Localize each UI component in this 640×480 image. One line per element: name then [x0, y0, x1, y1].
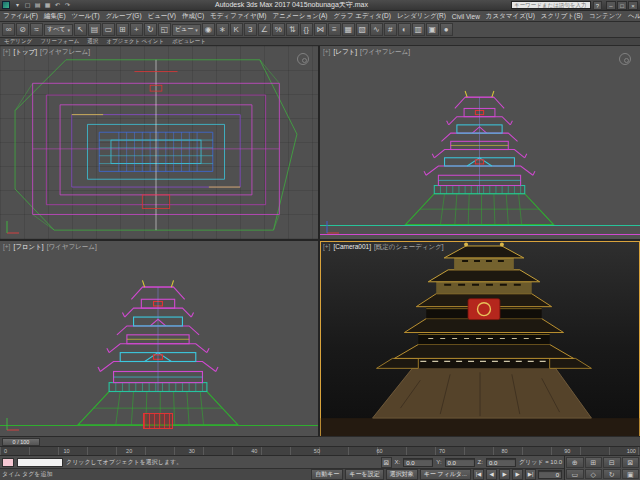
- selection-region-icon[interactable]: ▭: [102, 23, 115, 36]
- scene-explorer-icon[interactable]: ▦: [342, 23, 355, 36]
- x-coord-field[interactable]: 0.0: [403, 458, 433, 467]
- undo-icon[interactable]: ↶: [53, 1, 62, 10]
- mirror-icon[interactable]: ⋈: [314, 23, 327, 36]
- set-key-button[interactable]: キーを設定: [345, 469, 383, 480]
- render-setup-icon[interactable]: ▥: [412, 23, 425, 36]
- zoom-region-icon[interactable]: ▭: [566, 469, 584, 480]
- percent-snap-icon[interactable]: %: [272, 23, 285, 36]
- viewcube[interactable]: [297, 53, 309, 65]
- selection-filter-dropdown[interactable]: すべて ▾: [44, 24, 73, 36]
- menu-graph-editors[interactable]: グラフ エディタ(D): [330, 12, 393, 21]
- menu-rendering[interactable]: レンダリング(R): [394, 12, 449, 21]
- angle-snap-icon[interactable]: ∠: [258, 23, 271, 36]
- use-pivot-point-icon[interactable]: ◉: [202, 23, 215, 36]
- viewport-shading-menu[interactable]: [ワイヤフレーム]: [40, 48, 90, 57]
- go-to-start-icon[interactable]: |◀: [473, 469, 484, 480]
- viewport-shading-menu[interactable]: [既定のシェーディング]: [374, 243, 444, 252]
- pan-view-icon[interactable]: ◇: [585, 469, 603, 480]
- infocenter-search-input[interactable]: [511, 1, 591, 9]
- viewport-pov-menu[interactable]: [Camera001]: [333, 243, 371, 252]
- help-icon[interactable]: ?: [593, 1, 602, 10]
- menu-file[interactable]: ファイル(F): [0, 12, 41, 21]
- ribbon-tab-selection[interactable]: 選択: [87, 38, 98, 45]
- viewport-general-menu[interactable]: [+]: [323, 243, 330, 252]
- redo-icon[interactable]: ↷: [63, 1, 72, 10]
- track-bar[interactable]: 0 10 20 30 40 50 60 70 80 90 100: [0, 446, 640, 455]
- select-and-rotate-icon[interactable]: ↻: [144, 23, 157, 36]
- material-editor-icon[interactable]: ◐: [398, 23, 411, 36]
- zoom-extents-all-icon[interactable]: ⊠: [622, 457, 640, 468]
- window-crossing-icon[interactable]: ⊞: [116, 23, 129, 36]
- viewport-left[interactable]: [+] [レフト] [ワイヤフレーム]: [320, 46, 640, 239]
- zoom-icon[interactable]: ⊕: [566, 457, 584, 468]
- unlink-selection-icon[interactable]: ⊘: [16, 23, 29, 36]
- maxscript-mini-listener[interactable]: [17, 458, 63, 467]
- curve-editor-icon[interactable]: ∿: [370, 23, 383, 36]
- save-file-icon[interactable]: ▦: [43, 1, 52, 10]
- render-production-icon[interactable]: ●: [440, 23, 453, 36]
- go-to-end-icon[interactable]: ▶|: [525, 469, 536, 480]
- close-button[interactable]: ×: [628, 1, 638, 10]
- orbit-icon[interactable]: ↻: [603, 469, 621, 480]
- bind-to-space-warp-icon[interactable]: ≈: [30, 23, 43, 36]
- menu-create[interactable]: 作成(C): [179, 12, 207, 21]
- zoom-all-icon[interactable]: ⊞: [585, 457, 603, 468]
- add-time-tag[interactable]: タイム タグを追加: [2, 470, 53, 479]
- select-and-manipulate-icon[interactable]: ∗: [216, 23, 229, 36]
- named-selection-sets-icon[interactable]: {}: [300, 23, 313, 36]
- viewport-general-menu[interactable]: [+]: [3, 48, 10, 57]
- viewport-pov-menu[interactable]: [トップ]: [13, 48, 37, 57]
- select-by-name-icon[interactable]: ▤: [88, 23, 101, 36]
- snaps-toggle-icon[interactable]: 3: [244, 23, 257, 36]
- menu-tools[interactable]: ツール(T): [69, 12, 103, 21]
- application-menu-icon[interactable]: ▾: [13, 1, 22, 10]
- menu-civil-view[interactable]: Civil View: [449, 13, 483, 20]
- reference-coordinate-dropdown[interactable]: ビュー ▾: [172, 24, 201, 36]
- viewport-shading-menu[interactable]: [ワイヤフレーム]: [360, 48, 410, 57]
- new-scene-icon[interactable]: ▢: [23, 1, 32, 10]
- selection-lock-icon[interactable]: ⊠: [381, 457, 392, 468]
- layer-explorer-icon[interactable]: ▧: [356, 23, 369, 36]
- play-icon[interactable]: ▶: [499, 469, 510, 480]
- maximize-viewport-toggle-icon[interactable]: ▣: [622, 469, 640, 480]
- rendered-frame-window-icon[interactable]: ▣: [426, 23, 439, 36]
- zoom-extents-icon[interactable]: ⊟: [603, 457, 621, 468]
- selected-dropdown[interactable]: 選択対象: [386, 469, 418, 480]
- schematic-view-icon[interactable]: #: [384, 23, 397, 36]
- open-file-icon[interactable]: ▤: [33, 1, 42, 10]
- key-filters-button[interactable]: キー フィルタ...: [420, 469, 471, 480]
- current-frame-field[interactable]: 0: [538, 470, 562, 479]
- menu-views[interactable]: ビュー(V): [145, 12, 179, 21]
- viewport-shading-menu[interactable]: [ワイヤフレーム]: [47, 243, 97, 252]
- select-and-scale-icon[interactable]: ◱: [158, 23, 171, 36]
- viewport-general-menu[interactable]: [+]: [323, 48, 330, 57]
- ribbon-tab-populate[interactable]: ポピュレート: [172, 38, 206, 45]
- auto-key-button[interactable]: 自動キー: [311, 469, 343, 480]
- time-slider[interactable]: 0 / 100: [0, 436, 640, 446]
- minimize-button[interactable]: –: [606, 1, 616, 10]
- viewport-front[interactable]: [+] [フロント] [ワイヤフレーム]: [0, 241, 318, 436]
- viewport-top[interactable]: [+] [トップ] [ワイヤフレーム]: [0, 46, 318, 239]
- ribbon-tab-freeform[interactable]: フリーフォーム: [40, 38, 79, 45]
- maximize-button[interactable]: □: [617, 1, 627, 10]
- z-coord-field[interactable]: 0.0: [486, 458, 516, 467]
- viewport-pov-menu[interactable]: [レフト]: [333, 48, 357, 57]
- menu-edit[interactable]: 編集(E): [41, 12, 69, 21]
- ribbon-tab-modeling[interactable]: モデリング: [4, 38, 32, 45]
- menu-animation[interactable]: アニメーション(A): [269, 12, 330, 21]
- y-coord-field[interactable]: 0.0: [445, 458, 475, 467]
- keyboard-shortcut-override-icon[interactable]: K: [230, 23, 243, 36]
- menu-help[interactable]: ヘルプ(H): [625, 12, 640, 21]
- menu-content[interactable]: コンテンツ: [586, 12, 625, 21]
- viewport-general-menu[interactable]: [+]: [3, 243, 10, 252]
- menu-customize[interactable]: カスタマイズ(U): [483, 12, 538, 21]
- spinner-snap-icon[interactable]: ⇅: [286, 23, 299, 36]
- viewport-pov-menu[interactable]: [フロント]: [13, 243, 43, 252]
- ribbon-tab-object-paint[interactable]: オブジェクト ペイント: [106, 38, 164, 45]
- next-frame-icon[interactable]: ▶: [512, 469, 523, 480]
- select-object-icon[interactable]: ↖: [74, 23, 87, 36]
- menu-scripting[interactable]: スクリプト(S): [538, 12, 586, 21]
- viewport-camera[interactable]: [+] [Camera001] [既定のシェーディング]: [320, 241, 640, 436]
- menu-modifiers[interactable]: モディファイヤ(M): [207, 12, 269, 21]
- time-slider-handle[interactable]: 0 / 100: [2, 438, 40, 446]
